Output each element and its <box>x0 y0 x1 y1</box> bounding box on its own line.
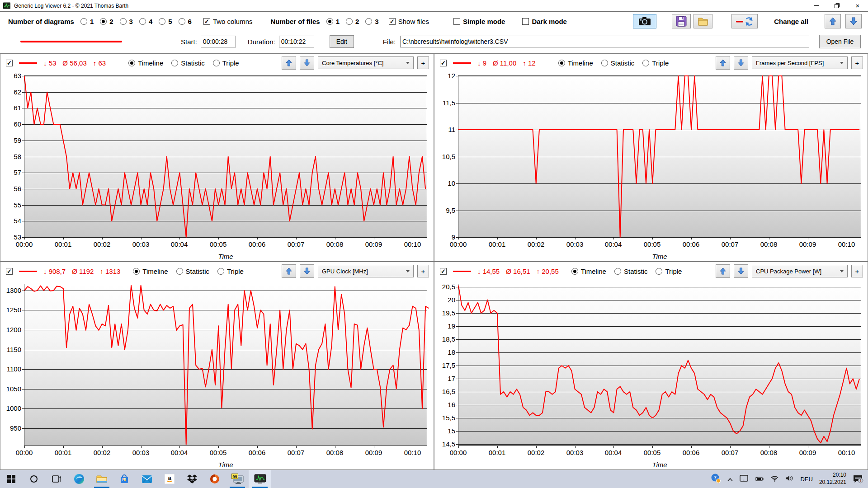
edge-browser-icon <box>74 474 85 484</box>
y-tick-label: 950 <box>0 424 21 432</box>
open-file-button[interactable]: Open File <box>819 35 861 48</box>
channel-select[interactable]: GPU Clock [MHz] <box>318 265 414 277</box>
chart-plot[interactable] <box>24 284 427 446</box>
y-tick-label: 1000 <box>0 404 21 412</box>
chart-plot[interactable] <box>24 75 427 238</box>
files-radio-2[interactable]: 2 <box>346 18 359 25</box>
taskbar-edge[interactable] <box>68 470 90 488</box>
duration-label: Duration: <box>248 38 275 46</box>
show-files-checkbox[interactable]: ✓Show files <box>389 18 429 25</box>
files-radio-3[interactable]: 3 <box>365 18 378 25</box>
save-button[interactable] <box>672 14 691 28</box>
change-all-up-button[interactable] <box>825 14 841 28</box>
help-notification-icon[interactable]: ? <box>711 474 721 484</box>
taskbar-amazon[interactable]: a <box>158 470 181 488</box>
tray-expand-chevron[interactable] <box>727 475 733 483</box>
channel-up-button[interactable] <box>282 264 296 278</box>
notification-center-icon[interactable]: 1 <box>853 474 863 483</box>
diagrams-radio-2[interactable]: 2 <box>100 18 113 25</box>
diagrams-radio-5[interactable]: 5 <box>159 18 172 25</box>
diagrams-radio-3[interactable]: 3 <box>120 18 133 25</box>
channel-select[interactable]: Frames per Second [FPS] <box>752 56 848 69</box>
dark-mode-checkbox[interactable]: Dark mode <box>522 18 567 25</box>
diagrams-radio-1[interactable]: 1 <box>80 18 94 25</box>
start-button[interactable] <box>0 470 23 488</box>
minimize-button[interactable] <box>806 0 826 11</box>
language-indicator[interactable]: DEU <box>800 476 812 483</box>
system-tray: ? DEU 20:10 20.12.2021 1 <box>711 470 868 488</box>
series-checkbox[interactable]: ✓ <box>6 60 13 66</box>
radio-triple[interactable]: Triple <box>213 59 239 67</box>
reset-zoom-button[interactable] <box>731 14 758 28</box>
add-channel-button[interactable]: + <box>417 265 429 277</box>
chart-plot[interactable] <box>458 284 861 446</box>
two-columns-checkbox[interactable]: ✓Two columns <box>203 18 253 25</box>
x-tick-label: 00:04 <box>599 240 628 248</box>
arrow-down-icon <box>850 17 857 25</box>
diagrams-radio-6[interactable]: 6 <box>179 18 192 25</box>
taskbar-store[interactable] <box>113 470 136 488</box>
radio-triple[interactable]: Triple <box>656 267 682 275</box>
add-channel-button[interactable]: + <box>851 265 863 277</box>
screenshot-button[interactable] <box>633 14 656 28</box>
taskbar-file-explorer[interactable] <box>90 470 113 488</box>
radio-statistic[interactable]: Statistic <box>176 267 210 275</box>
chart-plot[interactable] <box>458 75 861 238</box>
radio-timeline[interactable]: Timeline <box>128 59 163 67</box>
wifi-icon[interactable] <box>770 475 779 483</box>
radio-icon <box>217 268 224 275</box>
min-stat: ↓ 14,55 <box>477 267 500 275</box>
taskbar-log-viewer[interactable] <box>249 470 271 488</box>
file-path-input[interactable] <box>400 36 809 47</box>
x-tick-label: 00:06 <box>677 240 706 248</box>
change-all-down-button[interactable] <box>845 14 862 28</box>
y-tick-label: 62 <box>0 88 21 96</box>
taskbar-hwinfo[interactable]: 99 <box>226 470 249 488</box>
close-button[interactable]: × <box>847 0 868 11</box>
radio-statistic[interactable]: Statistic <box>171 59 205 67</box>
taskbar-dropbox[interactable] <box>181 470 203 488</box>
taskbar-clock[interactable]: 20:10 20.12.2021 <box>819 472 846 486</box>
series-checkbox[interactable]: ✓ <box>6 268 13 275</box>
taskbar: a 99 ? <box>0 470 868 488</box>
channel-up-button[interactable] <box>716 264 730 278</box>
tablet-mode-icon[interactable] <box>740 475 748 483</box>
series-checkbox[interactable]: ✓ <box>440 60 447 66</box>
channel-down-button[interactable] <box>734 264 748 278</box>
task-view-button[interactable] <box>45 470 68 488</box>
simple-mode-checkbox[interactable]: Simple mode <box>453 18 505 25</box>
radio-triple[interactable]: Triple <box>642 59 669 67</box>
x-tick-label: 00:08 <box>755 449 783 456</box>
x-tick-label: 00:02 <box>522 449 551 456</box>
channel-up-button[interactable] <box>716 56 730 70</box>
channel-select[interactable]: CPU Package Power [W] <box>752 265 848 277</box>
radio-statistic[interactable]: Statistic <box>614 267 648 275</box>
channel-select[interactable]: Core Temperatures [°C] <box>318 56 414 69</box>
battery-icon[interactable] <box>755 475 764 483</box>
restore-button[interactable] <box>826 0 847 11</box>
add-channel-button[interactable]: + <box>851 56 863 69</box>
radio-timeline[interactable]: Timeline <box>571 267 606 275</box>
channel-down-button[interactable] <box>734 56 748 70</box>
series-checkbox[interactable]: ✓ <box>440 268 447 275</box>
volume-icon[interactable] <box>785 475 794 483</box>
channel-down-button[interactable] <box>300 56 314 70</box>
amazon-icon: a <box>165 474 175 484</box>
edit-button[interactable]: Edit <box>330 35 354 48</box>
files-radio-1[interactable]: 1 <box>326 18 340 25</box>
duration-input[interactable] <box>279 36 314 47</box>
arrow-up-icon <box>286 267 292 275</box>
taskbar-mail[interactable] <box>136 470 158 488</box>
diagrams-radio-4[interactable]: 4 <box>139 18 152 25</box>
radio-triple[interactable]: Triple <box>217 267 244 275</box>
add-channel-button[interactable]: + <box>417 56 429 69</box>
open-folder-button[interactable] <box>693 14 712 28</box>
channel-down-button[interactable] <box>300 264 314 278</box>
radio-timeline[interactable]: Timeline <box>558 59 593 67</box>
taskbar-office[interactable] <box>203 470 226 488</box>
channel-up-button[interactable] <box>282 56 296 70</box>
radio-statistic[interactable]: Statistic <box>601 59 635 67</box>
start-input[interactable] <box>201 36 236 47</box>
search-button[interactable] <box>23 470 45 488</box>
radio-timeline[interactable]: Timeline <box>133 267 168 275</box>
